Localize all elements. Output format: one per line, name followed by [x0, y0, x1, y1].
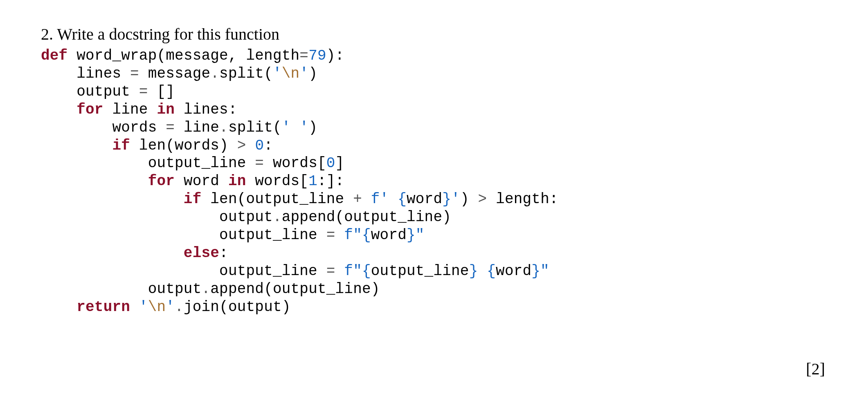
code-line-7: output_line = words[0] [41, 155, 344, 172]
code-line-2: lines = message.split('\n') [41, 65, 317, 82]
code-line-9: if len(output_line + f' {word}') > lengt… [41, 191, 558, 208]
code-block: def word_wrap(message, length=79): lines… [41, 47, 827, 316]
page: 2. Write a docstring for this function d… [0, 0, 868, 403]
code-line-11: output_line = f"{word}" [41, 227, 425, 244]
question-heading: 2. Write a docstring for this function [41, 25, 827, 44]
code-line-1: def word_wrap(message, length=79): [41, 47, 344, 64]
code-line-12: else: [41, 245, 228, 262]
question-prompt: Write a docstring for this function [57, 25, 279, 43]
code-line-6: if len(words) > 0: [41, 137, 273, 154]
points-label: [2] [806, 359, 825, 378]
code-line-10: output.append(output_line) [41, 209, 451, 226]
question-number: 2. [41, 25, 53, 43]
code-line-4: for line in lines: [41, 101, 237, 118]
code-line-8: for word in words[1:]: [41, 173, 344, 190]
code-line-5: words = line.split(' ') [41, 119, 317, 136]
code-line-15: return '\n'.join(output) [41, 299, 291, 316]
code-line-14: output.append(output_line) [41, 281, 380, 298]
code-line-3: output = [] [41, 83, 175, 100]
code-line-13: output_line = f"{output_line} {word}" [41, 263, 549, 280]
